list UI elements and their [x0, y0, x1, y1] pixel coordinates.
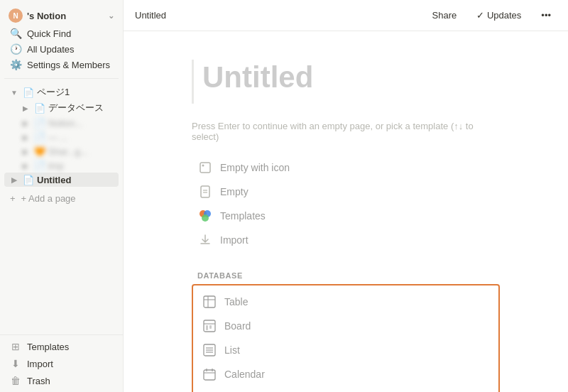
svg-point-1	[202, 165, 204, 167]
add-page-button[interactable]: + + Add a page	[4, 191, 119, 206]
workspace-name: 's Notion	[27, 11, 108, 21]
database-box: Table Board	[192, 284, 500, 392]
option-label: Templates	[220, 210, 266, 222]
svg-rect-8	[204, 296, 215, 307]
option-label: Import	[220, 234, 248, 246]
db-item-list[interactable]: List	[196, 338, 496, 362]
svg-point-7	[202, 214, 209, 222]
option-empty-with-icon[interactable]: Empty with icon	[192, 156, 500, 179]
sidebar-bottom: ⊞ Templates ⬇ Import 🗑 Trash	[0, 334, 123, 392]
db-item-label: List	[224, 344, 240, 356]
sidebar-item-label: Settings & Members	[27, 60, 110, 70]
svg-rect-14	[209, 325, 212, 329]
page-icon: 📄	[34, 102, 45, 114]
share-button[interactable]: Share	[427, 7, 463, 23]
gear-icon: ⚙️	[10, 59, 21, 70]
db-item-board[interactable]: Board	[196, 314, 496, 338]
import-icon	[197, 232, 213, 248]
sidebar-item-all-updates[interactable]: 🕐 All Updates	[4, 41, 119, 57]
sidebar-item-label: Quick Find	[27, 28, 71, 39]
database-section: DATABASE Table	[192, 268, 500, 392]
updates-button[interactable]: ✓ Updates	[471, 7, 527, 23]
option-label: Empty	[220, 186, 248, 197]
expand-icon: ▶	[20, 160, 31, 171]
clock-icon: 🕐	[10, 43, 21, 55]
empty-icon-icon	[197, 160, 213, 175]
page-icon: 📄	[34, 160, 45, 171]
sidebar-item-label: Trash	[27, 376, 50, 386]
sidebar-item-database[interactable]: ▶ 📄 データベース	[4, 100, 119, 116]
workspace-button[interactable]: N 's Notion ⌄	[4, 6, 119, 26]
sidebar-item-blurred-1: ▶ 📄 Notion...	[4, 116, 119, 130]
avatar: N	[9, 9, 23, 23]
colored-icon: 🧡	[34, 146, 45, 157]
topbar-title: Untitled	[135, 10, 427, 21]
sidebar-item-quick-find[interactable]: 🔍 Quick Find	[4, 26, 119, 41]
expand-icon: ▶	[20, 102, 31, 114]
db-item-calendar[interactable]: Calendar	[196, 362, 496, 386]
svg-rect-13	[206, 325, 208, 330]
sidebar-item-label: All Updates	[27, 44, 74, 55]
db-item-gallery[interactable]: Gallery	[196, 386, 496, 392]
main-content: Untitled Share ✓ Updates ••• Untitled Pr…	[124, 0, 568, 392]
database-section-label: DATABASE	[192, 268, 500, 283]
tree-item-label: データベース	[48, 102, 114, 114]
more-button[interactable]: •••	[535, 7, 557, 23]
option-list: Empty with icon Empty	[192, 156, 500, 251]
search-icon: 🔍	[10, 28, 21, 39]
db-item-table[interactable]: Table	[196, 290, 496, 314]
list-icon	[202, 342, 217, 358]
sidebar: N 's Notion ⌄ 🔍 Quick Find 🕐 All Updates…	[0, 0, 124, 392]
svg-rect-19	[204, 370, 215, 380]
sidebar-item-blurred-3: ▶ 🧡 Shar...g...	[4, 144, 119, 158]
page-icon: 📄	[23, 174, 34, 185]
hint-text: Press Enter to continue with an empty pa…	[192, 121, 500, 142]
table-icon	[202, 294, 217, 310]
db-item-label: Table	[224, 296, 248, 307]
svg-rect-0	[200, 163, 210, 173]
tree-item-label: ページ1	[37, 86, 114, 99]
db-item-label: Board	[224, 320, 251, 332]
sidebar-tree: ▼ 📄 ページ1 ▶ 📄 データベース ▶ 📄 Notion... ▶ 📄 — …	[0, 82, 123, 190]
topbar: Untitled Share ✓ Updates •••	[124, 0, 568, 31]
templates-icon: ⊞	[10, 341, 21, 352]
topbar-actions: Share ✓ Updates •••	[427, 7, 557, 23]
tree-item-label: Untitled	[37, 175, 114, 185]
tree-item-label: tmp	[48, 160, 114, 171]
sidebar-item-trash[interactable]: 🗑 Trash	[4, 372, 119, 389]
sidebar-item-settings[interactable]: ⚙️ Settings & Members	[4, 57, 119, 72]
page-title[interactable]: Untitled	[202, 60, 313, 95]
add-icon: +	[10, 193, 16, 204]
templates-colorful-icon	[197, 208, 213, 224]
title-border	[192, 60, 194, 104]
option-templates[interactable]: Templates	[192, 205, 500, 227]
expand-icon: ▶	[20, 131, 31, 143]
sidebar-item-import[interactable]: ⬇ Import	[4, 355, 119, 372]
option-import[interactable]: Import	[192, 229, 500, 251]
calendar-icon	[202, 366, 217, 382]
tree-item-label: — ...	[48, 132, 114, 143]
page-icon: 📄	[34, 117, 45, 129]
trash-icon: 🗑	[10, 375, 21, 386]
sidebar-item-blurred-2: ▶ 📄 — ...	[4, 130, 119, 144]
option-empty[interactable]: Empty	[192, 180, 500, 203]
option-label: Empty with icon	[220, 162, 290, 173]
page-icon: 📄	[34, 131, 45, 143]
db-item-label: Calendar	[224, 369, 265, 380]
sidebar-item-untitled[interactable]: ▶ 📄 Untitled	[4, 173, 119, 187]
svg-rect-2	[201, 186, 209, 197]
divider	[4, 78, 119, 79]
sidebar-item-templates[interactable]: ⊞ Templates	[4, 338, 119, 355]
expand-icon: ▶	[9, 174, 20, 185]
page-icon: 📄	[23, 87, 34, 98]
expand-icon: ▶	[20, 146, 31, 157]
sidebar-item-label: Templates	[27, 342, 69, 352]
tree-item-label: Shar...g...	[48, 146, 114, 157]
sidebar-item-page1[interactable]: ▼ 📄 ページ1	[4, 85, 119, 100]
expand-icon: ▼	[9, 87, 20, 98]
page-title-area: Untitled	[192, 60, 500, 104]
content-area: Untitled Press Enter to continue with an…	[124, 31, 568, 392]
sidebar-item-blurred-4: ▶ 📄 tmp	[4, 158, 119, 173]
tree-item-label: Notion...	[48, 118, 114, 129]
board-icon	[202, 318, 217, 334]
